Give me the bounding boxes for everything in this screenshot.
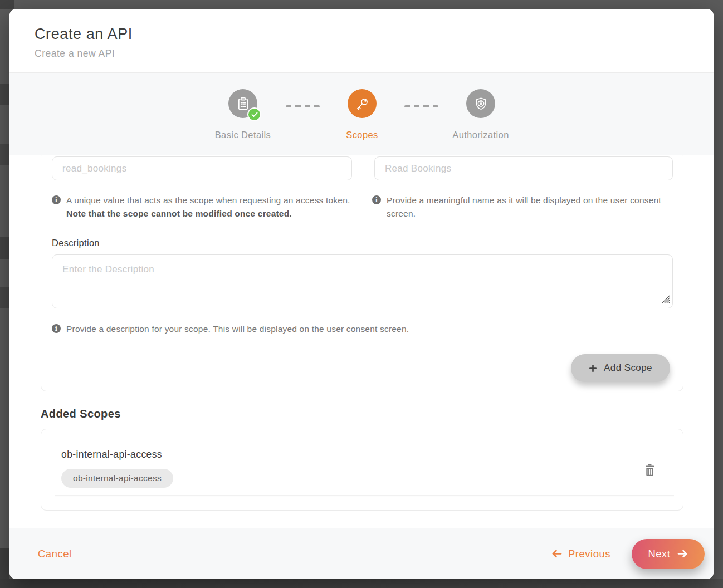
modal-header: Create an API Create a new API [9,9,714,72]
wizard-stepper: Basic Details Scopes [9,72,714,155]
check-icon [247,107,261,121]
description-field-wrap [52,254,673,308]
row-separator [55,495,674,496]
description-help-row: i Provide a description for your scope. … [52,322,598,336]
info-icon: i [52,324,61,333]
delete-scope-button[interactable] [643,463,657,478]
backdrop-overlay [0,237,9,259]
info-icon: i [52,195,61,204]
create-api-modal: Create an API Create a new API Basic Det… [9,9,714,579]
add-scope-label: Add Scope [604,362,652,374]
modal-content: i A unique value that acts as the scope … [9,155,714,528]
step-label-scopes: Scopes [315,130,409,140]
add-scope-button[interactable]: Add Scope [571,354,670,382]
step-scopes[interactable]: Scopes [315,89,409,140]
step-basic-details[interactable]: Basic Details [196,89,290,140]
description-label: Description [52,238,100,248]
description-help-text: Provide a description for your scope. Th… [66,322,409,336]
step-authorization[interactable]: Authorization [433,89,528,140]
next-button[interactable]: Next [632,539,705,569]
cancel-label: Cancel [38,548,72,560]
backdrop-overlay [0,84,9,105]
modal-footer: Cancel Previous Next [9,528,714,579]
backdrop-overlay [0,144,9,165]
backdrop-overlay [0,287,9,308]
footer-actions: Previous Next [551,539,705,569]
step-label-authorization: Authorization [433,130,528,140]
backdrop-overlay [0,0,14,9]
trash-icon [644,464,656,477]
scope-item-chip: ob-internal-api-access [61,469,173,488]
display-name-input[interactable] [374,156,673,180]
scope-list-item: ob-internal-api-access ob-internal-api-a… [41,429,683,510]
clipboard-icon [228,89,257,118]
added-scopes-card: ob-internal-api-access ob-internal-api-a… [41,429,683,511]
scope-item-name: ob-internal-api-access [61,449,162,460]
display-name-help-text: Provide a meaningful name as it will be … [387,194,662,220]
plus-icon [589,364,597,373]
scope-help-row: i A unique value that acts as the scope … [52,194,356,220]
arrow-right-icon [677,549,688,558]
info-icon: i [372,195,381,204]
next-label: Next [648,548,670,560]
description-textarea[interactable] [52,254,673,308]
key-icon [348,89,377,118]
step-label-basic-details: Basic Details [196,130,290,140]
display-name-help-row: i Provide a meaningful name as it will b… [372,194,662,220]
page-title: Create an API [35,26,714,43]
arrow-left-icon [551,549,563,558]
scope-value-input[interactable] [52,156,352,180]
added-scopes-heading: Added Scopes [41,408,121,420]
cancel-button[interactable]: Cancel [38,548,72,560]
page-subtitle: Create a new API [35,48,714,60]
previous-label: Previous [568,548,610,560]
scope-help-text: A unique value that acts as the scope wh… [66,194,356,220]
previous-button[interactable]: Previous [551,548,610,560]
shield-user-icon [466,89,495,118]
backdrop-overlay [0,579,723,588]
